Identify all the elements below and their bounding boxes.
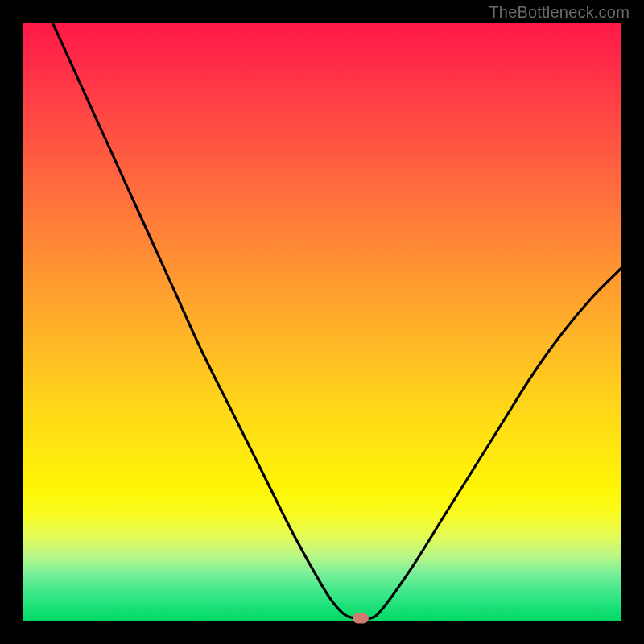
plot-area <box>23 23 621 621</box>
bottleneck-curve <box>23 23 621 621</box>
chart-frame: TheBottleneck.com <box>0 0 644 644</box>
watermark-text: TheBottleneck.com <box>489 3 630 22</box>
optimal-point-marker <box>353 613 369 624</box>
